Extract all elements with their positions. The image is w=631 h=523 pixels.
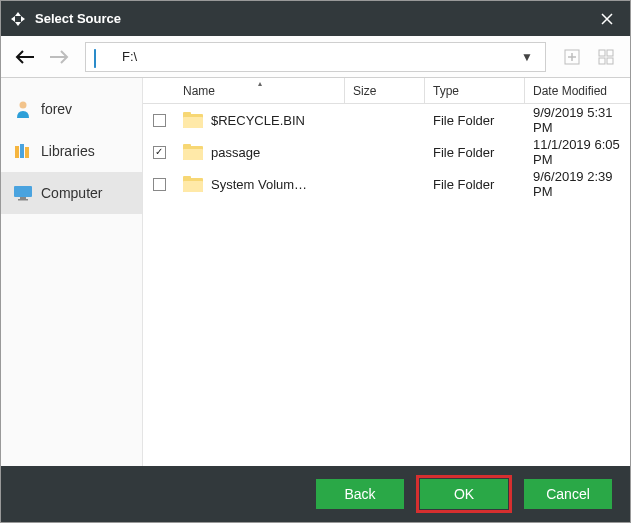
svg-rect-4 xyxy=(607,58,613,64)
sidebar-item-label: Computer xyxy=(41,185,102,201)
app-icon xyxy=(9,10,27,28)
file-rows: $RECYCLE.BIN File Folder 9/9/2019 5:31 P… xyxy=(143,104,630,466)
svg-rect-2 xyxy=(607,50,613,56)
nav-forward-button[interactable] xyxy=(45,43,73,71)
file-type: File Folder xyxy=(433,113,494,128)
footer: Back OK Cancel xyxy=(1,466,630,522)
svg-rect-10 xyxy=(20,197,26,199)
column-header-type[interactable]: Type xyxy=(425,78,525,103)
ok-button[interactable]: OK xyxy=(420,479,508,509)
view-grid-button[interactable] xyxy=(592,43,620,71)
column-header-date[interactable]: Date Modified xyxy=(525,78,630,103)
file-type: File Folder xyxy=(433,177,494,192)
column-header-size[interactable]: Size xyxy=(345,78,425,103)
back-button[interactable]: Back xyxy=(316,479,404,509)
folder-icon xyxy=(183,176,203,192)
file-date: 9/9/2019 5:31 PM xyxy=(533,105,622,135)
file-name: passage xyxy=(211,145,260,160)
dialog-title: Select Source xyxy=(35,11,592,26)
titlebar: Select Source xyxy=(1,1,630,36)
sidebar-item-label: Libraries xyxy=(41,143,95,159)
file-list: ▴ Name Size Type Date Modified $RECYCLE.… xyxy=(143,78,630,466)
nav-back-button[interactable] xyxy=(11,43,39,71)
row-checkbox[interactable]: ✓ xyxy=(153,146,166,159)
path-text: F:\ xyxy=(122,49,517,64)
dialog-body: forev Libraries Computer ▴ Name xyxy=(1,78,630,466)
file-row[interactable]: ✓ passage File Folder 11/1/2019 6:05 PM xyxy=(143,136,630,168)
column-header-name[interactable]: ▴ Name xyxy=(175,78,345,103)
sidebar-item-label: forev xyxy=(41,101,72,117)
file-row[interactable]: System Volum… File Folder 9/6/2019 2:39 … xyxy=(143,168,630,200)
libraries-icon xyxy=(13,141,33,161)
file-date: 9/6/2019 2:39 PM xyxy=(533,169,622,199)
svg-rect-11 xyxy=(18,199,28,201)
drive-icon xyxy=(94,50,114,64)
folder-icon xyxy=(183,144,203,160)
dialog-window: Select Source F:\ ▼ for xyxy=(0,0,631,523)
svg-point-5 xyxy=(20,102,27,109)
monitor-icon xyxy=(13,183,33,203)
toolbar: F:\ ▼ xyxy=(1,36,630,78)
svg-rect-9 xyxy=(14,186,32,197)
sort-asc-icon: ▴ xyxy=(258,79,262,88)
svg-rect-8 xyxy=(25,147,29,158)
row-checkbox[interactable] xyxy=(153,178,166,191)
file-date: 11/1/2019 6:05 PM xyxy=(533,137,622,167)
file-type: File Folder xyxy=(433,145,494,160)
sidebar: forev Libraries Computer xyxy=(1,78,143,466)
svg-rect-3 xyxy=(599,58,605,64)
row-checkbox[interactable] xyxy=(153,114,166,127)
folder-icon xyxy=(183,112,203,128)
file-name: $RECYCLE.BIN xyxy=(211,113,305,128)
svg-rect-6 xyxy=(15,146,19,158)
column-headers: ▴ Name Size Type Date Modified xyxy=(143,78,630,104)
close-button[interactable] xyxy=(592,4,622,34)
cancel-button[interactable]: Cancel xyxy=(524,479,612,509)
file-name: System Volum… xyxy=(211,177,307,192)
user-icon xyxy=(13,99,33,119)
sidebar-item-computer[interactable]: Computer xyxy=(1,172,142,214)
file-row[interactable]: $RECYCLE.BIN File Folder 9/9/2019 5:31 P… xyxy=(143,104,630,136)
svg-rect-7 xyxy=(20,144,24,158)
sidebar-item-libraries[interactable]: Libraries xyxy=(1,130,142,172)
path-dropdown[interactable]: F:\ ▼ xyxy=(85,42,546,72)
sidebar-item-forev[interactable]: forev xyxy=(1,88,142,130)
new-folder-button[interactable] xyxy=(558,43,586,71)
svg-rect-1 xyxy=(599,50,605,56)
chevron-down-icon: ▼ xyxy=(517,50,537,64)
column-header-checkbox[interactable] xyxy=(143,78,175,103)
